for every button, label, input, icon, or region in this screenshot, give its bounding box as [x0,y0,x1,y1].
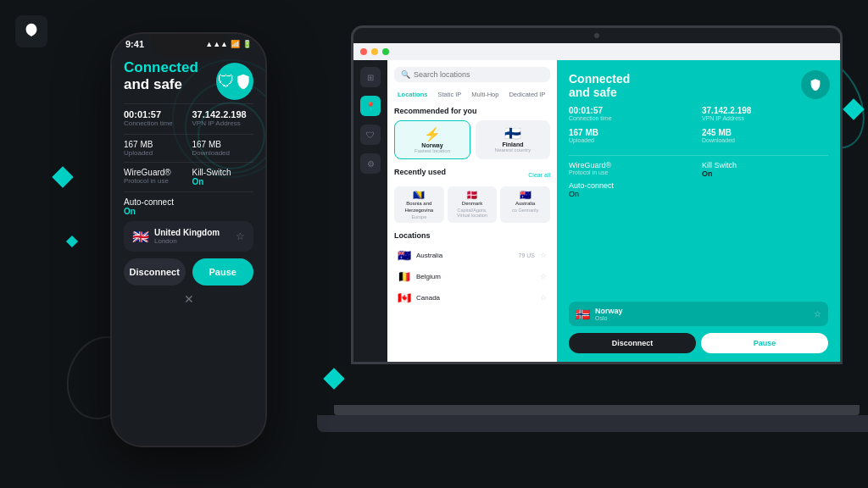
tab-locations[interactable]: Locations [394,89,431,100]
panel-killswitch: Kill Switch On [702,161,828,178]
recent-name-1: Denmark [451,201,494,208]
clear-all-link[interactable]: Clear all [528,172,550,178]
recent-item-1[interactable]: 🇩🇰 Denmark Capital/Agora, Virtual locati… [448,186,498,223]
panel-time-val: 00:01:57 [569,106,695,115]
tl-yellow[interactable] [371,48,378,55]
vpn-search-input[interactable] [414,70,543,79]
recommended-title: Recommended for you [394,107,550,115]
phone-autoconnect: Auto-connect On [124,197,253,216]
phone-status-icons: ▲▲▲ 📶 🔋 [205,40,252,48]
panel-shield-icon [801,70,830,99]
loc-star-1[interactable]: ☆ [540,272,547,280]
deco-diamond-4 [843,98,864,119]
rec-item-norway[interactable]: ⚡ Norway Fastest location [394,120,470,159]
panel-protocol-val: WireGuard® [569,161,695,169]
vpn-connected-panel: Connected and safe 00:01:57 Connection t… [557,60,840,364]
panel-star-icon[interactable]: ☆ [814,309,821,319]
sidebar-gear-icon[interactable]: ⚙ [360,153,381,174]
phone-star-icon[interactable]: ☆ [236,230,245,242]
rec-item-finland[interactable]: 🇫🇮 Finland Nearest country [476,120,550,159]
panel-download-label: Downloaded [702,137,828,143]
phone-mockup: 9:41 ▲▲▲ 📶 🔋 Connected and safe 00: [110,32,267,447]
recent-flag-2: 🇦🇺 [504,190,547,201]
panel-disconnect-button[interactable]: Disconnect [569,333,696,353]
rec-norway-flag: ⚡ [400,126,465,142]
panel-upload-val: 167 MB [569,128,695,137]
deco-diamond-3 [323,368,344,389]
tab-static-ip[interactable]: Static IP [434,89,465,100]
vpn-location-list: 🔍 Locations Static IP Multi-Hop Dedicate… [387,60,557,364]
tl-red[interactable] [360,48,367,55]
loc-flag-0: 🇦🇺 [398,249,411,262]
recently-title: Recently used [394,168,446,176]
laptop-bezel [353,28,840,43]
location-item-1[interactable]: 🇧🇪 Belgium ☆ [394,266,550,287]
phone-screen: 9:41 ▲▲▲ 📶 🔋 Connected and safe 00: [112,34,265,446]
sidebar-shield-icon[interactable]: 🛡 [360,125,381,145]
sidebar-grid-icon[interactable]: ⊞ [360,67,381,87]
vpn-search-icon: 🔍 [401,70,410,79]
panel-connected-text: Connected [569,72,828,86]
phone-protocol-val: WireGuard® [124,168,186,177]
panel-ks-on: On [702,169,828,178]
tab-dedicated-ip[interactable]: Dedicated IP [505,89,548,100]
rec-norway-name: Norway [400,142,465,148]
recent-flag-0: 🇧🇦 [398,190,441,201]
panel-stats-row2: 167 MB Uploaded 245 MB Downloaded [569,128,828,143]
phone-auto-label: Auto-connect [124,197,253,207]
vpn-sidebar: ⊞ 📍 🛡 ⚙ [353,60,387,364]
wifi-icon: 📶 [231,40,240,48]
recent-name-2: Australia [504,201,547,208]
laptop-base [334,405,860,415]
locations-list: 🇦🇺 Australia 79 US ☆ 🇧🇪 Belgium ☆ 🇨🇦 [394,245,550,308]
panel-stats-row1: 00:01:57 Connection time 37.142.2.198 VP… [569,106,828,121]
recently-header: Recently used Clear all [394,168,550,181]
sidebar-location-icon[interactable]: 📍 [360,96,381,116]
vpn-recently-used: 🇧🇦 Bosnia and Herzegovina Europe 🇩🇰 Denm… [394,186,550,223]
panel-stat-time: 00:01:57 Connection time [569,106,695,121]
panel-protocol-label: Protocol in use [569,169,695,175]
rec-finland-flag: 🇫🇮 [481,125,545,141]
deco-diamond-2 [66,236,78,247]
phone-loc-country: United Kingdom [154,228,231,237]
panel-protocol: WireGuard® Protocol in use [569,161,695,178]
panel-download-val: 245 MB [702,128,828,137]
recent-desc-2: co Germanly [504,208,547,213]
phone-protocol: WireGuard® Protocol in use [124,168,186,186]
laptop-screen: ⊞ 📍 🛡 ⚙ 🔍 Locations Static IP [351,25,843,364]
panel-stat-download: 245 MB Downloaded [702,128,828,143]
phone-upload-label: Uploaded [124,149,186,157]
panel-ip-label: VPN IP Address [702,115,828,121]
panel-autoconnect: Auto-connect On [569,181,828,198]
recent-item-0[interactable]: 🇧🇦 Bosnia and Herzegovina Europe [394,186,444,223]
phone-location-flag: 🇬🇧 [132,229,149,245]
location-item-0[interactable]: 🇦🇺 Australia 79 US ☆ [394,245,550,266]
tl-green[interactable] [382,48,389,55]
panel-location[interactable]: 🇳🇴 Norway Oslo ☆ [569,302,828,326]
tab-multi-hop[interactable]: Multi-Hop [468,89,502,100]
phone-ks-status: On [192,177,254,186]
location-item-2[interactable]: 🇨🇦 Canada ☆ [394,287,550,308]
panel-loc-flag: 🇳🇴 [576,308,590,321]
phone-shield-button[interactable] [216,63,253,100]
panel-stat-ip: 37.142.2.198 VPN IP Address [702,106,828,121]
recent-item-2[interactable]: 🇦🇺 Australia co Germanly [500,186,550,223]
laptop-mockup: ⊞ 📍 🛡 ⚙ 🔍 Locations Static IP [351,25,843,466]
laptop-display: ⊞ 📍 🛡 ⚙ 🔍 Locations Static IP [353,43,840,364]
phone-time: 9:41 [125,39,144,49]
loc-star-0[interactable]: ☆ [540,251,547,259]
phone-location[interactable]: 🇬🇧 United Kingdom London ☆ [124,221,253,252]
recent-desc-1: Capital/Agora, Virtual location [451,208,494,218]
vpn-search-bar[interactable]: 🔍 [394,67,550,82]
loc-star-2[interactable]: ☆ [540,293,547,302]
panel-pause-button[interactable]: Pause [701,333,828,353]
phone-disconnect-button[interactable]: Disconnect [124,258,186,286]
rec-norway-desc: Fastest location [400,148,465,153]
loc-code-0: 79 US [519,252,535,258]
phone-pause-button[interactable]: Pause [192,258,254,286]
phone-close-button[interactable]: ✕ [124,292,253,306]
panel-ip-val: 37.142.2.198 [702,106,828,115]
loc-name-0: Australia [416,252,514,259]
phone-auto-status: On [124,207,253,216]
panel-protocol-row: WireGuard® Protocol in use Kill Switch O… [569,161,828,178]
